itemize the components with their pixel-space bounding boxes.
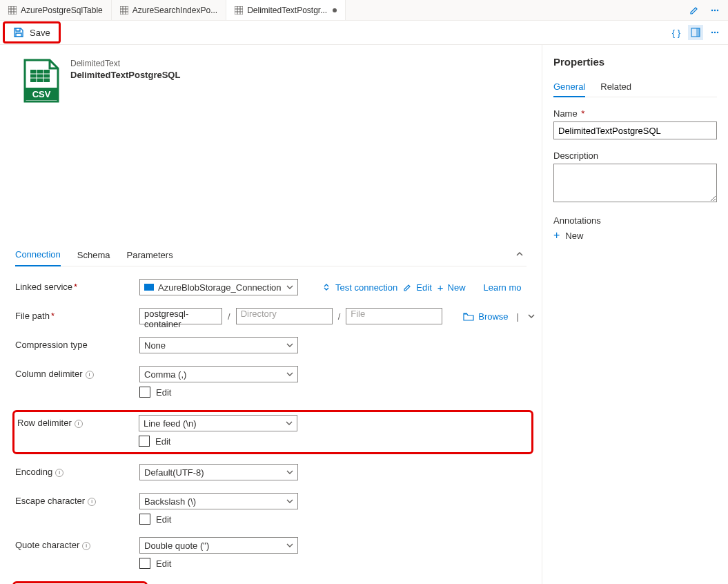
tab-azuresearchindex[interactable]: AzureSearchIndexPo... xyxy=(112,0,226,20)
toolbar: Save { } xyxy=(0,21,728,45)
row-delimiter-edit-checkbox[interactable] xyxy=(139,436,150,447)
more-icon[interactable] xyxy=(707,25,722,40)
properties-icon[interactable] xyxy=(688,25,703,40)
svg-rect-0 xyxy=(8,6,17,14)
new-label: New xyxy=(565,231,583,241)
path-separator: / xyxy=(228,311,230,322)
compression-type-select[interactable]: None xyxy=(139,337,298,353)
svg-point-15 xyxy=(711,9,713,10)
tab-parameters[interactable]: Parameters xyxy=(126,244,173,266)
tab-delimitedtextpostgresql[interactable]: DelimitedTextPostgr... xyxy=(226,0,346,20)
container-input[interactable]: postgresql-container xyxy=(139,308,222,324)
column-delimiter-value: Comma (,) xyxy=(144,369,186,380)
column-delimiter-edit-checkbox[interactable] xyxy=(139,387,150,398)
row-row-delimiter: Row delimiteri Line feed (\n) Edit xyxy=(14,415,530,447)
chevron-down-icon xyxy=(286,542,293,549)
info-icon[interactable]: i xyxy=(88,498,96,506)
required-star: * xyxy=(51,311,55,321)
json-view-icon[interactable]: { } xyxy=(669,25,684,40)
chevron-down-icon xyxy=(286,420,293,427)
linked-service-select[interactable]: AzureBlobStorage_Connection xyxy=(139,279,298,295)
save-label: Save xyxy=(30,28,50,38)
edit-linked-service-button[interactable]: Edit xyxy=(403,282,431,293)
info-icon[interactable]: i xyxy=(86,371,94,379)
chevron-down-icon xyxy=(286,498,293,505)
dataset-type: DelimitedText xyxy=(70,59,180,68)
dataset-table-icon xyxy=(235,6,243,14)
properties-panel: Properties General Related Name * Descri… xyxy=(542,45,728,584)
dataset-table-icon xyxy=(120,6,128,14)
escape-character-edit-checkbox[interactable] xyxy=(139,514,150,525)
new-annotation-button[interactable]: + New xyxy=(553,230,717,241)
info-icon[interactable]: i xyxy=(82,542,90,550)
quote-character-select[interactable]: Double quote (") xyxy=(139,537,298,554)
row-compression-type: Compression type None xyxy=(15,337,538,353)
quote-character-edit-checkbox[interactable] xyxy=(139,558,150,569)
svg-rect-19 xyxy=(696,28,700,37)
edit-label: Edit xyxy=(155,436,170,447)
linked-service-value: AzureBlobStorage_Connection xyxy=(158,282,282,293)
row-column-delimiter: Column delimiteri Comma (,) Edit xyxy=(15,366,538,398)
description-input[interactable] xyxy=(553,164,717,202)
escape-character-select[interactable]: Backslash (\) xyxy=(139,493,298,509)
new-linked-service-button[interactable]: + New xyxy=(437,282,466,293)
save-button[interactable]: Save xyxy=(5,23,59,41)
edit-label: Edit xyxy=(156,514,171,525)
column-delimiter-select[interactable]: Comma (,) xyxy=(139,366,298,382)
escape-character-label: Escape character xyxy=(15,496,85,506)
required-star: * xyxy=(74,282,77,292)
svg-rect-10 xyxy=(235,6,243,14)
name-input[interactable] xyxy=(553,121,717,139)
encoding-select[interactable]: Default(UTF-8) xyxy=(139,464,298,480)
description-field-label: Description xyxy=(553,150,717,161)
chevron-down-icon xyxy=(286,284,293,291)
chevron-down-icon xyxy=(286,342,293,349)
browse-button[interactable]: Browse xyxy=(463,311,508,322)
row-delimiter-select[interactable]: Line feed (\n) xyxy=(139,415,297,431)
row-delimiter-value: Line feed (\n) xyxy=(144,418,197,429)
svg-point-17 xyxy=(717,9,718,10)
compression-type-label: Compression type xyxy=(15,337,139,350)
properties-title: Properties xyxy=(553,56,717,68)
info-icon[interactable]: i xyxy=(75,420,83,428)
storage-icon xyxy=(144,284,154,291)
annotations-label: Annotations xyxy=(553,215,717,226)
edit-pencil-icon[interactable] xyxy=(687,3,702,18)
svg-point-20 xyxy=(711,32,713,33)
quote-character-value: Double quote (") xyxy=(144,541,209,551)
row-linked-service: Linked service* AzureBlobStorage_Connect… xyxy=(15,279,538,295)
svg-rect-23 xyxy=(30,70,50,82)
learn-more-link[interactable]: Learn mo xyxy=(484,282,522,293)
dataset-header: CSV DelimitedText DelimitedTextPostgreSQ… xyxy=(0,45,542,106)
column-delimiter-label: Column delimiter xyxy=(15,369,83,379)
svg-text:CSV: CSV xyxy=(32,89,51,99)
test-connection-button[interactable]: Test connection xyxy=(322,282,397,293)
name-field-label: Name xyxy=(553,108,578,119)
escape-character-value: Backslash (\) xyxy=(144,496,196,507)
info-icon[interactable]: i xyxy=(55,469,63,477)
collapse-icon[interactable] xyxy=(515,250,524,260)
encoding-value: Default(UTF-8) xyxy=(144,467,204,478)
more-actions-icon[interactable] xyxy=(707,3,722,18)
unsaved-indicator-icon xyxy=(333,8,337,12)
divider: | xyxy=(517,311,519,322)
tab-connection[interactable]: Connection xyxy=(15,244,61,266)
tab-label: AzurePostgreSqlTable xyxy=(21,6,103,15)
test-connection-label: Test connection xyxy=(335,282,397,293)
tab-schema[interactable]: Schema xyxy=(77,244,110,266)
directory-input[interactable]: Directory xyxy=(236,308,333,324)
tab-azurepostgresqltable[interactable]: AzurePostgreSqlTable xyxy=(0,0,112,20)
chevron-down-icon[interactable] xyxy=(527,312,535,320)
svg-point-16 xyxy=(714,9,716,10)
chevron-down-icon xyxy=(286,371,293,378)
tab-general[interactable]: General xyxy=(553,77,585,97)
file-input[interactable]: File xyxy=(346,308,442,324)
tab-related[interactable]: Related xyxy=(600,77,631,97)
tab-label: DelimitedTextPostgr... xyxy=(247,6,327,15)
dataset-name: DelimitedTextPostgreSQL xyxy=(70,70,180,80)
chevron-down-icon xyxy=(286,469,293,476)
dataset-inner-tabs: Connection Schema Parameters xyxy=(15,244,527,266)
svg-point-21 xyxy=(714,32,716,33)
dataset-table-icon xyxy=(8,6,17,14)
save-icon xyxy=(13,27,24,38)
